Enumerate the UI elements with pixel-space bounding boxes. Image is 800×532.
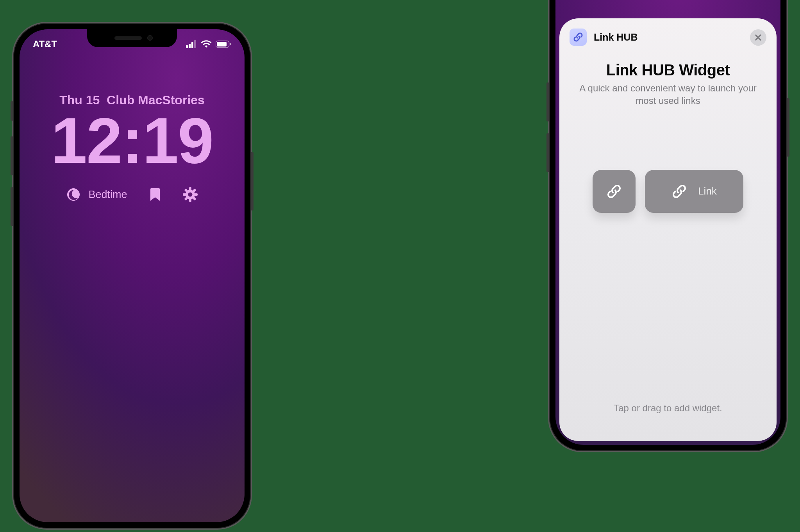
wifi-icon — [201, 40, 212, 48]
svg-rect-12 — [194, 193, 198, 196]
volume-up-button — [546, 82, 549, 121]
phone-right: Link HUB Link HUB Widget A quick and con… — [548, 0, 788, 452]
bedtime-label: Bedtime — [88, 189, 127, 201]
bedtime-widget[interactable]: Bedtime — [66, 187, 127, 202]
close-icon — [755, 34, 762, 41]
svg-rect-0 — [186, 45, 188, 48]
sheet-description: A quick and convenient way to launch you… — [570, 82, 766, 107]
sheet-footer: Tap or drag to add widget. — [570, 403, 766, 425]
carrier-label: AT&T — [33, 39, 57, 50]
link-icon — [606, 184, 622, 199]
widget-preview-row: Link — [570, 170, 766, 213]
widget-picker-screen: Link HUB Link HUB Widget A quick and con… — [555, 0, 780, 445]
app-icon — [570, 29, 587, 46]
lockscreen-time: 12:19 — [20, 104, 245, 178]
svg-rect-11 — [183, 193, 186, 196]
svg-rect-9 — [189, 187, 191, 191]
svg-point-17 — [188, 193, 192, 197]
svg-rect-3 — [194, 40, 196, 48]
bookmark-icon — [150, 187, 160, 202]
app-name: Link HUB — [594, 32, 638, 43]
svg-rect-1 — [189, 44, 191, 48]
link-icon — [671, 184, 687, 199]
moon-icon — [66, 187, 80, 202]
close-button[interactable] — [750, 29, 766, 46]
phone-left: AT&T — [12, 22, 252, 530]
bookmark-widget[interactable] — [150, 187, 160, 202]
power-button — [787, 98, 789, 157]
svg-rect-2 — [191, 42, 193, 48]
sheet-header: Link HUB — [570, 29, 766, 46]
widget-large-label: Link — [698, 185, 717, 197]
gear-icon — [183, 187, 198, 202]
lockscreen-widget-row: Bedtime — [20, 187, 245, 202]
widget-picker-sheet: Link HUB Link HUB Widget A quick and con… — [559, 18, 777, 441]
status-bar: AT&T — [20, 36, 245, 53]
volume-down-button — [546, 133, 549, 172]
power-button — [251, 152, 254, 211]
svg-rect-5 — [217, 42, 227, 46]
link-icon — [573, 32, 583, 42]
widget-large[interactable]: Link — [645, 170, 743, 213]
battery-icon — [216, 40, 231, 48]
volume-up-button — [11, 136, 13, 175]
svg-rect-6 — [230, 43, 231, 45]
cellular-icon — [186, 40, 197, 48]
settings-widget[interactable] — [183, 187, 198, 202]
widget-small[interactable] — [593, 170, 636, 213]
mute-switch — [11, 101, 13, 121]
volume-down-button — [11, 187, 13, 226]
sheet-title: Link HUB Widget — [570, 61, 766, 79]
svg-rect-10 — [189, 198, 191, 202]
lock-screen: AT&T — [20, 29, 245, 522]
